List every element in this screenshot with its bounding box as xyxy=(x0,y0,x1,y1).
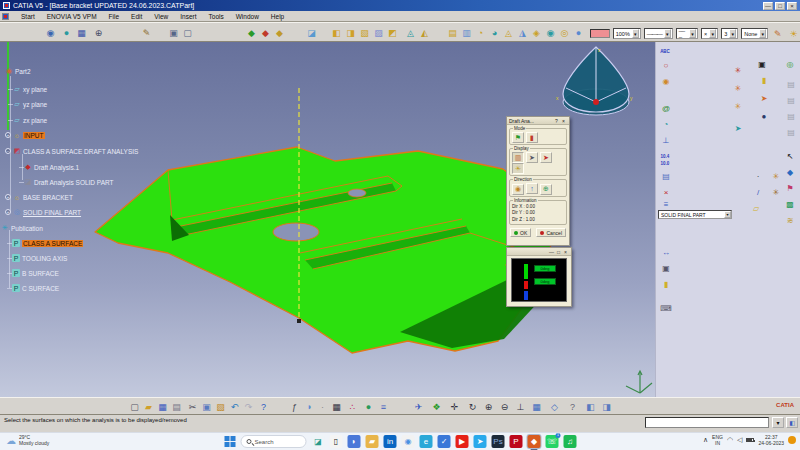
surface-tool-icon[interactable]: ◮ xyxy=(516,26,529,39)
tree-item-base-bracket[interactable]: + ☼ BASE BRACKET xyxy=(5,192,73,202)
scale-lower-value[interactable]: 0deg xyxy=(534,278,556,285)
grid-color-icon[interactable]: ▩ xyxy=(784,198,796,210)
sketcher-icon[interactable]: ✎ xyxy=(140,26,153,39)
line-icon[interactable]: / xyxy=(752,186,764,198)
tree-item-draft-analysis-solid[interactable]: ◪ Draft Analysis SOLID PART xyxy=(24,177,114,187)
point-icon[interactable]: · xyxy=(752,170,764,182)
work-object-combobox[interactable]: SOLID FINAL PART ▾ xyxy=(658,210,732,219)
pencil-sweep-icon[interactable]: ➤ xyxy=(732,122,744,134)
current-view-direction-icon[interactable]: ↑ xyxy=(526,183,538,194)
zoom-in-icon[interactable]: ⊕ xyxy=(482,400,495,413)
chrome-app[interactable]: ◉ xyxy=(402,435,415,448)
locked-direction-icon[interactable]: ⊕ xyxy=(540,184,552,195)
color-scale-display-icon[interactable]: ▥ xyxy=(512,152,524,163)
battery-icon[interactable] xyxy=(746,438,754,442)
eraser-icon[interactable]: ◪ xyxy=(305,26,318,39)
sphere-icon[interactable]: ● xyxy=(758,110,770,122)
globe-icon[interactable]: ● xyxy=(362,400,375,413)
dropdown-arrow-icon[interactable]: ▾ xyxy=(632,29,639,38)
close-button[interactable]: × xyxy=(787,2,797,10)
scale-minimize-button[interactable]: — xyxy=(548,249,555,255)
rotate-icon[interactable]: ↻ xyxy=(466,400,479,413)
clock[interactable]: 22:37 24-06-2023 xyxy=(758,434,784,446)
render-style-icon[interactable]: ◧ xyxy=(584,400,597,413)
cancel-button[interactable]: Cancel xyxy=(536,228,566,237)
prism-icon[interactable]: ▧ xyxy=(358,26,371,39)
zoom-out-icon[interactable]: ⊖ xyxy=(498,400,511,413)
prism-icon[interactable]: ▨ xyxy=(372,26,385,39)
photoshop-app[interactable]: Ps xyxy=(492,435,505,448)
copy-icon[interactable]: ▣ xyxy=(200,400,213,413)
paint-splash-icon[interactable]: ✳ xyxy=(732,82,744,94)
surface-tool-icon[interactable]: ◕ xyxy=(488,26,501,39)
surface-tool-icon[interactable]: ◔ xyxy=(474,26,487,39)
gear-icon[interactable]: ◎ xyxy=(784,58,796,70)
line-type-dropdown[interactable]: – – –▾ xyxy=(676,28,698,39)
new-file-icon[interactable]: ▢ xyxy=(128,400,141,413)
dropdown-arrow-icon[interactable]: ▾ xyxy=(709,29,716,38)
ENOVIA V5 VPM[interactable]: ENOVIA V5 VPM xyxy=(41,13,103,20)
map-icon[interactable]: ◆ xyxy=(784,166,796,178)
power-input-field[interactable] xyxy=(645,417,769,428)
redo-icon[interactable]: ↷ xyxy=(242,400,255,413)
tree-item-input[interactable]: + ☼ INPUT xyxy=(5,130,45,140)
render-mode-dropdown[interactable]: None▾ xyxy=(741,28,768,39)
tree-item-zx-plane[interactable]: ▱ zx plane xyxy=(13,115,47,125)
save-icon[interactable]: ▦ xyxy=(156,400,169,413)
abc-annotation-icon[interactable]: ABC xyxy=(659,45,671,57)
surface-tool-icon[interactable]: ◉ xyxy=(544,26,557,39)
surface-tool-icon[interactable]: ◬ xyxy=(502,26,515,39)
power-input-icon[interactable]: ◧ xyxy=(786,417,798,428)
manikin-icon[interactable]: ◉ xyxy=(660,75,672,87)
dropdown-arrow-icon[interactable]: ▾ xyxy=(664,29,671,38)
layers-icon[interactable]: ≋ xyxy=(784,214,796,226)
notification-bell-badge[interactable] xyxy=(788,436,796,444)
fly-mode-icon[interactable]: ◉ xyxy=(44,26,57,39)
fly-through-icon[interactable]: ✈ xyxy=(412,400,425,413)
open-folder-icon[interactable]: ▰ xyxy=(142,400,155,413)
tree-item-draft-analysis-1[interactable]: ◆ Draft Analysis.1 xyxy=(24,162,79,172)
surface-tool-icon[interactable]: ◎ xyxy=(558,26,571,39)
cone-analysis-mode-icon[interactable]: ▮ xyxy=(526,132,538,143)
print-icon[interactable]: ▤ xyxy=(170,400,183,413)
windows-start-button[interactable] xyxy=(224,436,236,448)
notepad-app[interactable]: ▯ xyxy=(330,435,343,448)
red-axis-icon[interactable]: × xyxy=(660,186,672,198)
tree-item-xy-plane[interactable]: ▱ xy plane xyxy=(13,84,47,94)
paint-gun-icon[interactable]: ✳ xyxy=(770,186,782,198)
telegram-app[interactable]: ➤ xyxy=(474,435,487,448)
dropdown-arrow-icon[interactable]: ▾ xyxy=(724,211,731,218)
maximize-button[interactable]: □ xyxy=(775,2,785,10)
hidden-icons-chevron[interactable]: ∧ xyxy=(703,436,708,444)
on-the-fly-analysis-icon[interactable]: ➤ xyxy=(526,152,538,163)
youtube-app[interactable]: ▶ xyxy=(456,435,469,448)
pinterest-app[interactable]: P xyxy=(510,435,523,448)
measure-between-icon[interactable]: ↔ xyxy=(660,246,672,258)
3d-viewport[interactable]: z x y ◉ Part2 ▱ xyxy=(0,42,655,397)
world-globe-icon[interactable]: ◔ xyxy=(660,118,672,130)
cut-icon[interactable]: ✂ xyxy=(186,400,199,413)
symbol-size-dropdown[interactable]: 3▾ xyxy=(721,28,738,39)
Start[interactable]: Start xyxy=(15,13,41,20)
point-symbol-dropdown[interactable]: ×▾ xyxy=(701,28,718,39)
running-point-icon[interactable]: ➤ xyxy=(540,152,552,163)
catalog-cube-red-icon[interactable]: ◆ xyxy=(259,26,272,39)
widgets-app[interactable]: ◪ xyxy=(312,435,325,448)
weather-widget[interactable]: ☁ 29°C Mostly cloudy xyxy=(6,434,49,446)
quick-view-icon[interactable]: ? xyxy=(566,400,579,413)
light-effect-icon[interactable]: ☀ xyxy=(512,163,524,174)
fill-color-swatch[interactable] xyxy=(590,29,610,38)
tree-expander[interactable]: − xyxy=(5,148,11,154)
help-cursor-icon[interactable]: ? xyxy=(257,400,270,413)
globe-icon[interactable]: ● xyxy=(60,26,73,39)
surface-tool-icon[interactable]: ◬ xyxy=(404,26,417,39)
line-weight-dropdown[interactable]: ———▾ xyxy=(644,28,673,39)
axis-system-icon[interactable]: ⊥ xyxy=(660,134,672,146)
View[interactable]: View xyxy=(148,13,174,20)
shading-icon[interactable]: ▥ xyxy=(460,26,473,39)
dialog-title-bar[interactable]: Draft Ana... ? × xyxy=(507,117,569,125)
tile-window-icon[interactable]: ▣ xyxy=(167,26,180,39)
dropdown-arrow-icon[interactable]: ▾ xyxy=(729,29,736,38)
keyboard-icon[interactable]: ⌨ xyxy=(660,302,672,314)
surface-tool-icon[interactable]: ◈ xyxy=(530,26,543,39)
